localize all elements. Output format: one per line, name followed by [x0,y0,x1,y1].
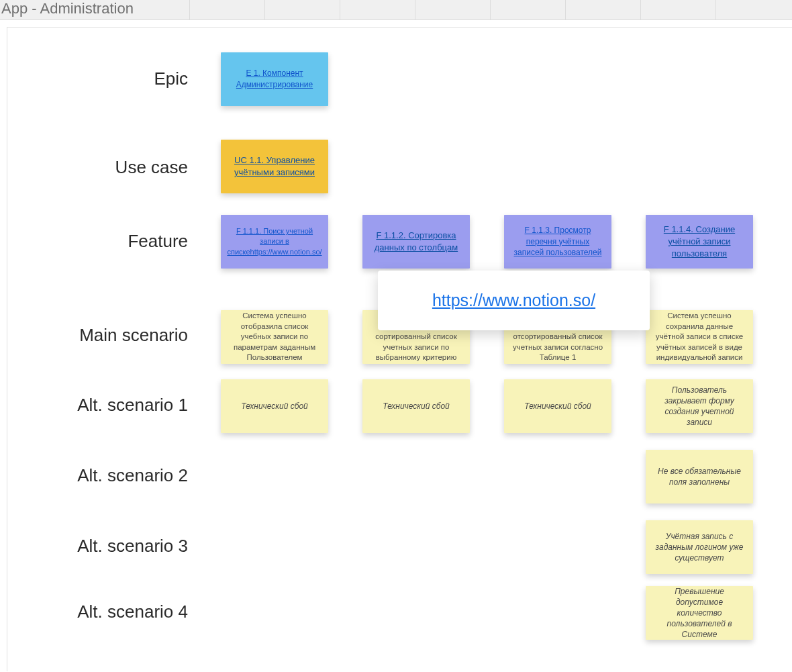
card-alt2-4[interactable]: Не все обязательные поля заполнены [646,450,753,503]
card-main-4-label: Система успешно сохранила данные учётной… [652,311,746,363]
tooltip-link[interactable]: https://www.notion.so/ [432,291,595,309]
row-label-usecase: Use case [13,157,188,178]
card-usecase[interactable]: UC 1.1. Управление учётными записями [221,140,328,193]
card-alt1-1[interactable]: Технический сбой [221,379,328,433]
card-alt3-4-label: Учётная запись с заданным логином уже су… [652,531,746,564]
card-epic-label: E 1. Компонент Администрирование [228,68,321,91]
row-label-feature: Feature [13,231,188,252]
frame-border-left [7,27,7,671]
card-alt1-2-label: Технический сбой [383,401,450,412]
header-bar: App - Administration [0,0,792,20]
card-alt1-3-label: Технический сбой [524,401,591,412]
card-feature-3[interactable]: F 1.1.3. Просмотр перечня учётных записе… [504,215,611,269]
page-title: App - Administration [1,0,134,17]
card-alt1-1-label: Технический сбой [241,401,308,412]
card-alt3-4[interactable]: Учётная запись с заданным логином уже су… [646,520,753,574]
card-main-1-label: Система успешно отобразила список учебны… [228,311,321,363]
card-feature-2[interactable]: F 1.1.2. Сортировка данных по столбцам [362,215,470,269]
card-feature-1-label: F 1.1.1. Поиск учетной записи в спискеht… [227,226,321,257]
row-label-alt3: Alt. scenario 3 [13,536,188,557]
card-alt2-4-label: Не все обязательные поля заполнены [652,466,746,487]
card-feature-4-label: F 1.1.4. Создание учётной записи пользов… [652,224,746,260]
header-gridlines [189,0,791,20]
card-alt1-4[interactable]: Пользователь закрывает форму создания уч… [646,379,753,433]
card-main-1[interactable]: Система успешно отобразила список учебны… [221,310,328,364]
card-alt1-3[interactable]: Технический сбой [504,379,611,433]
card-feature-2-label: F 1.1.2. Сортировка данных по столбцам [369,230,463,254]
row-label-main: Main scenario [13,325,188,346]
card-usecase-label: UC 1.1. Управление учётными записями [228,154,321,179]
card-feature-3-label: F 1.1.3. Просмотр перечня учётных записе… [511,225,605,258]
row-label-alt4: Alt. scenario 4 [13,602,188,622]
link-tooltip: https://www.notion.so/ [378,271,650,330]
row-label-epic: Epic [13,68,188,89]
card-main-4[interactable]: Система успешно сохранила данные учётной… [646,310,753,364]
row-label-alt2: Alt. scenario 2 [13,465,188,486]
card-alt4-4-label: Превышение допустимое количество пользов… [652,586,746,640]
card-alt1-2[interactable]: Технический сбой [362,379,470,433]
card-epic[interactable]: E 1. Компонент Администрирование [221,52,328,106]
card-alt4-4[interactable]: Превышение допустимое количество пользов… [646,586,753,640]
row-label-alt1: Alt. scenario 1 [13,395,188,416]
card-feature-4[interactable]: F 1.1.4. Создание учётной записи пользов… [646,215,753,269]
frame-border-top [7,27,792,28]
card-feature-1[interactable]: F 1.1.1. Поиск учетной записи в спискеht… [221,215,328,269]
card-alt1-4-label: Пользователь закрывает форму создания уч… [652,385,746,428]
